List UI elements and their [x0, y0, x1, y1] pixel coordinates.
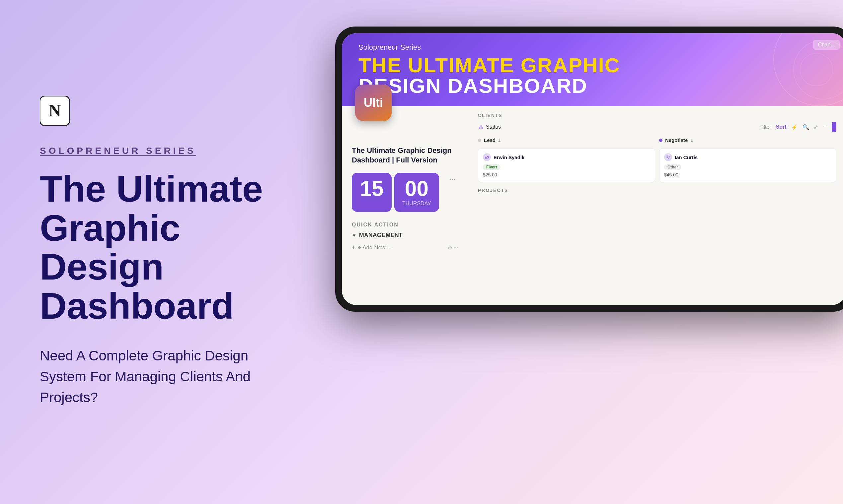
dashboard-header: Solopreneur Series THE ULTIMATE GRAPHIC … — [342, 33, 843, 106]
toolbar-actions: Filter Sort ⚡ 🔍 ⤢ ··· — [759, 122, 836, 132]
description-text: Need A Complete Graphic Design System Fo… — [40, 345, 272, 408]
quick-action-label: QUICK ACTION — [352, 222, 458, 228]
client-cards-grid: Lead 1 ES Erwin Syadik Fiverr $25. — [478, 135, 836, 182]
negotiate-count: 1 — [690, 138, 693, 143]
main-title: The Ultimate Graphic Design Dashboard — [40, 169, 272, 325]
left-panel: The Ultimate Graphic Design Dashboard | … — [342, 106, 468, 305]
highlight-bar — [832, 122, 836, 132]
lead-title: Lead — [484, 137, 496, 143]
series-label: SOLOPRENEUR SERIES — [40, 146, 272, 156]
tablet-frame: Solopreneur Series THE ULTIMATE GRAPHIC … — [335, 26, 843, 312]
column-header-negotiate: Negotiate 1 — [659, 135, 836, 145]
timer-minutes-card: 00 THURSDAY — [394, 173, 439, 212]
management-title: MANAGEMENT — [359, 232, 402, 239]
lead-count: 1 — [498, 138, 500, 143]
negotiate-dot — [659, 139, 663, 142]
add-icon: + — [352, 244, 356, 251]
clients-toolbar: Status Filter Sort ⚡ 🔍 ⤢ ··· — [478, 122, 836, 132]
timer-minutes: 00 — [402, 178, 431, 199]
client-name-erwin: Erwin Syadik — [494, 155, 524, 160]
management-header: ▼ MANAGEMENT — [352, 232, 458, 239]
lightning-icon[interactable]: ⚡ — [791, 124, 798, 130]
dashboard-body: The Ultimate Graphic Design Dashboard | … — [342, 106, 843, 305]
app-icon: Ulti — [355, 85, 392, 121]
status-label: Status — [486, 124, 501, 130]
dashboard-full-title: The Ultimate Graphic Design Dashboard | … — [352, 146, 458, 165]
projects-label: PROJECTS — [478, 188, 836, 193]
app-icon-area: Ulti — [355, 85, 392, 121]
column-header-lead: Lead 1 — [478, 135, 655, 145]
svg-point-4 — [481, 127, 483, 129]
main-title-line1: The Ultimate Graphic — [40, 168, 263, 249]
row-settings-icon[interactable]: ⊙ ··· — [448, 245, 458, 251]
client-avatar-ian: IC — [664, 153, 672, 161]
search-icon[interactable]: 🔍 — [803, 124, 809, 130]
timer-menu-dots[interactable]: ··· — [450, 175, 455, 183]
quick-action-section: QUICK ACTION ▼ MANAGEMENT + + Add New ..… — [352, 222, 458, 253]
timer-hours: 15 — [360, 178, 384, 199]
client-column-lead: Lead 1 ES Erwin Syadik Fiverr $25. — [478, 135, 655, 182]
client-card-ian: IC Ian Curtis Other $45.00 — [659, 148, 836, 182]
tablet-device: Solopreneur Series THE ULTIMATE GRAPHIC … — [335, 26, 843, 312]
clients-label: CLIENTS — [478, 113, 836, 118]
add-new-row[interactable]: + + Add New ... ⊙ ··· — [352, 242, 458, 253]
client-avatar-erwin: ES — [483, 153, 491, 161]
svg-point-3 — [479, 127, 481, 129]
filter-button[interactable]: Filter — [759, 124, 771, 130]
client-column-negotiate: Negotiate 1 IC Ian Curtis Other $4 — [659, 135, 836, 182]
svg-text:N: N — [49, 101, 61, 120]
tablet-screen: Solopreneur Series THE ULTIMATE GRAPHIC … — [342, 33, 843, 305]
change-button[interactable]: Chan... — [813, 40, 840, 50]
right-panel: CLIENTS Status — [468, 106, 843, 305]
management-arrow-icon: ▼ — [352, 233, 357, 238]
client-name-ian: Ian Curtis — [675, 155, 698, 160]
add-new-label: + Add New ... — [358, 245, 392, 251]
resize-icon[interactable]: ⤢ — [814, 124, 818, 130]
client-card-erwin: ES Erwin Syadik Fiverr $25.00 — [478, 148, 655, 182]
status-chip: Status — [478, 124, 501, 130]
client-tag-fiverr: Fiverr — [483, 164, 500, 170]
left-content-area: N SOLOPRENEUR SERIES The Ultimate Graphi… — [40, 96, 272, 408]
client-price-ian: $45.00 — [664, 172, 831, 177]
timer-hours-card: 15 — [352, 173, 392, 212]
negotiate-title: Negotiate — [665, 137, 688, 143]
svg-point-2 — [480, 125, 482, 127]
main-title-line2: Design Dashboard — [40, 246, 234, 327]
notion-logo: N — [40, 96, 70, 126]
timer-widget: 15 00 THURSDAY ··· — [352, 173, 458, 212]
timer-day: THURSDAY — [402, 201, 431, 206]
client-name-row-erwin: ES Erwin Syadik — [483, 153, 650, 161]
client-name-row-ian: IC Ian Curtis — [664, 153, 831, 161]
clients-section: CLIENTS Status — [478, 113, 836, 193]
sort-button[interactable]: Sort — [776, 124, 787, 130]
lead-dot — [478, 139, 481, 142]
client-price-erwin: $25.00 — [483, 172, 650, 177]
more-icon[interactable]: ··· — [823, 124, 827, 130]
status-icon — [478, 124, 484, 130]
client-tag-other: Other — [664, 164, 682, 170]
